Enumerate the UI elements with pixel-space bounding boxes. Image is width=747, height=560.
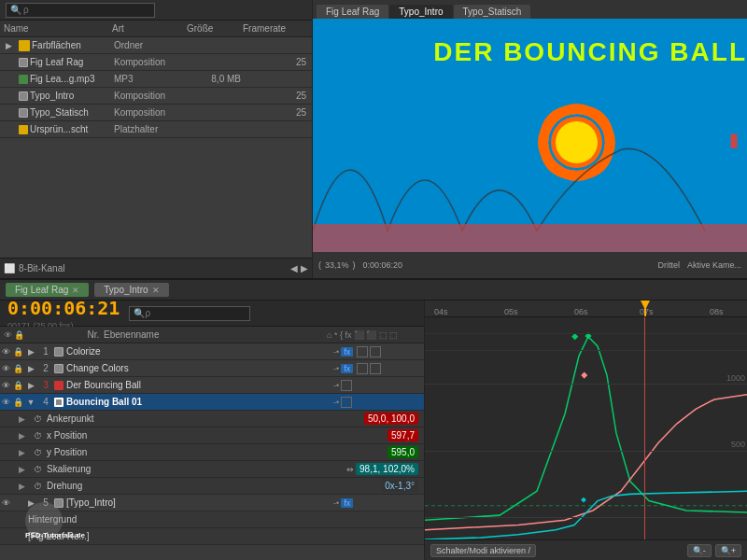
prop-value-skalierung[interactable]: 98,1, 102,0% [356,463,418,475]
preview-tab-figleafrag[interactable]: Fig Leaf Rag [317,5,388,19]
timeline-layer-3[interactable]: 👁 🔒 ▶ 3 Der Bouncing Ball -• [0,377,424,394]
table-row[interactable]: ▶ Farbflächen Ordner [0,37,312,54]
prop-value-drehung[interactable]: 0x-1,3° [381,480,418,492]
col-art-header[interactable]: Art [112,23,187,34]
playhead-top [644,301,646,316]
table-row[interactable]: Fig Leaf Rag Komposition 25 [0,54,312,71]
timeline-layer-4[interactable]: 👁 🔒 ▼ 4 Bouncing Ball 01 -• [0,394,424,411]
grid-line-1 [425,384,747,385]
timeline-graph-area: 1000 500 [425,317,747,539]
layer-color-1 [54,347,63,357]
sub-prop-xpos[interactable]: ▶ ⏱ x Position 597,7 [0,427,424,444]
expand-arrow-4[interactable]: ▼ [24,398,37,407]
zoom-out-btn[interactable]: 🔍- [687,544,712,557]
folder-icon: ▶ [2,39,15,52]
prop-value-ypos[interactable]: 595,0 [388,446,418,458]
switch-4[interactable]: -• [333,398,339,407]
row-name: Farbflächen [19,40,114,51]
col-size-header[interactable]: Größe [187,23,243,34]
expand-arrow-1[interactable]: ▶ [24,347,37,357]
prop-stopwatch-1[interactable]: ⏱ [34,414,47,424]
prop-expand-1[interactable]: ▶ [19,414,34,424]
tab-close-icon[interactable]: ✕ [72,286,79,295]
lock-toggle-2[interactable]: 🔒 [13,364,24,373]
table-row[interactable]: Fig Lea...g.mp3 MP3 8,0 MB [0,71,312,88]
color-channel-arrow: ◀ ▶ [290,263,308,273]
switch-3[interactable]: -• [333,381,339,390]
table-row[interactable]: Typo_Intro Komposition 25 [0,88,312,105]
fx-badge-5: fx [341,498,353,508]
col-nr-header: Nr. [83,329,104,340]
motion-path [313,28,747,252]
table-row[interactable]: Ursprün...scht Platzhalter [0,121,312,138]
prop-value-ankerpunkt[interactable]: 50,0, 100,0 [364,413,418,425]
prop-name-ypos: y Position [47,447,388,457]
timeline-tab-figleafrag[interactable]: Fig Leaf Rag ✕ [6,283,89,297]
table-header: Name Art Größe Framerate [0,21,312,37]
switch-5[interactable]: -• [333,498,339,508]
prop-stopwatch-5[interactable]: ⏱ [34,482,47,491]
search-input[interactable] [23,5,150,15]
lock-toggle-1[interactable]: 🔒 [13,347,24,357]
sub-prop-drehung[interactable]: ▶ ⏱ Drehung 0x-1,3° [0,478,424,495]
sw-box-2b[interactable] [370,363,381,374]
sw-box-1b[interactable] [370,346,381,357]
sw-box-3a[interactable] [341,380,352,391]
prop-stopwatch-3[interactable]: ⏱ [34,448,47,457]
sub-prop-skalierung[interactable]: ▶ ⏱ Skalierung ⇔ 98,1, 102,0% [0,461,424,478]
layer-name-2: Change Colors [66,363,333,373]
switch-1[interactable]: -• [333,347,339,357]
eye-toggle-1[interactable]: 👁 [2,347,13,357]
lock-icon: 🔒 [14,330,24,340]
lock-toggle-4[interactable]: 🔒 [13,398,24,407]
timeline-layer-1[interactable]: 👁 🔒 ▶ 1 Colorize -• fx [0,343,424,360]
psd-logo: PSD-Tutorials.de [25,502,72,539]
row-name: Fig Leaf Rag [19,57,114,67]
sw-box-1a[interactable] [357,346,368,357]
table-row[interactable]: Typo_Statisch Komposition 25 [0,105,312,121]
prop-stopwatch-2[interactable]: ⏱ [34,431,47,441]
timeline-tab-typointro[interactable]: Typo_Intro ✕ [94,283,168,297]
timeline-layer-2[interactable]: 👁 🔒 ▶ 2 Change Colors -• fx [0,360,424,377]
preview-tab-typostatisch[interactable]: Typo_Statisch [454,5,531,19]
zoom-in-btn[interactable]: 🔍+ [715,544,741,557]
timeline-search-input[interactable] [145,308,246,318]
tab-close-icon[interactable]: ✕ [152,286,160,295]
expand-arrow-2[interactable]: ▶ [24,364,37,373]
eye-icon: 👁 [4,330,12,340]
col-fps-header[interactable]: Framerate [243,23,308,34]
prop-expand-4[interactable]: ▶ [19,465,34,474]
switch-2[interactable]: -• [333,364,339,373]
col-switches-header: ⌂ * { fx ⬛ ⬛ ⬚ ⬚ [327,330,420,340]
row-name-text: Typo_Statisch [30,107,89,118]
project-search[interactable]: 🔍 [6,3,155,18]
mp3-icon [2,73,15,86]
layer-name-1: Colorize [66,346,333,357]
eye-toggle-2[interactable]: 👁 [2,364,13,373]
prop-stopwatch-4[interactable]: ⏱ [34,465,47,474]
link-icon[interactable]: ⇔ [346,465,354,474]
row-name: Ursprün...scht [19,124,114,134]
sw-box-4a[interactable] [341,397,352,408]
grid-line-3 [425,517,747,518]
switch-mode-btn[interactable]: Schalter/Modi aktivieren / [430,544,536,557]
layer-switches-3: -• [333,380,422,391]
sw-box-2a[interactable] [357,363,368,374]
timeline-search[interactable]: 🔍 [129,306,250,321]
sub-prop-ypos[interactable]: ▶ ⏱ y Position 595,0 [0,444,424,461]
svg-rect-2 [731,134,737,141]
eye-toggle-3[interactable]: 👁 [2,381,13,390]
preview-tab-typointro[interactable]: Typo_Intro [389,5,452,19]
timecode-display[interactable]: 0:00:06:21 [7,297,120,319]
prop-expand-5[interactable]: ▶ [19,482,34,491]
prop-expand-3[interactable]: ▶ [19,448,34,457]
sub-prop-ankerpunkt[interactable]: ▶ ⏱ Ankerpunkt 50,0, 100,0 [0,411,424,427]
timeline-col-header: 👁 🔒 Nr. Ebenenname ⌂ * { fx ⬛ ⬛ ⬚ ⬚ [0,327,424,343]
expand-arrow-3[interactable]: ▶ [24,381,37,390]
prop-expand-2[interactable]: ▶ [19,431,34,441]
prop-value-xpos[interactable]: 597,7 [388,429,418,441]
lock-toggle-3[interactable]: 🔒 [13,381,24,390]
eye-toggle-4[interactable]: 👁 [2,398,13,407]
col-name-header[interactable]: Name [4,23,112,34]
prop-name-xpos: x Position [47,430,388,441]
